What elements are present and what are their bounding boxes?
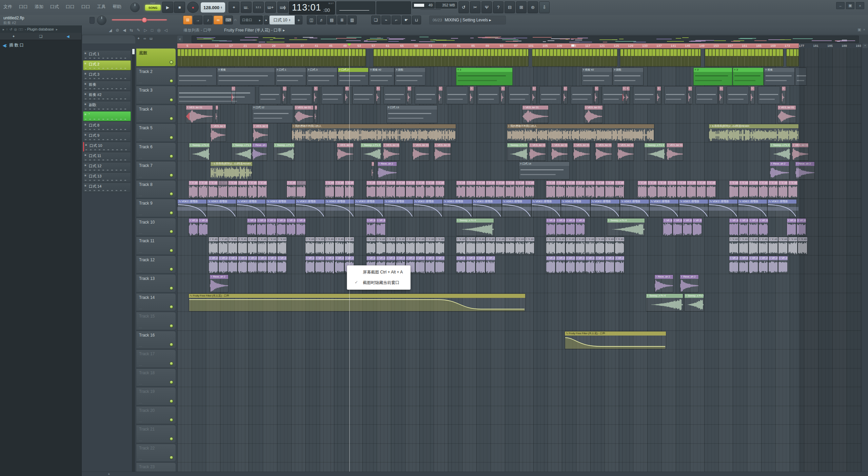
lamp-button[interactable]: ⌐	[392, 16, 401, 24]
clip[interactable]: ⊦	[282, 86, 287, 104]
clip[interactable]: ⊦ V..s6	[396, 180, 406, 198]
clip[interactable]: ∿ VDE2..倍增器	[384, 199, 413, 217]
clip[interactable]: ≡ 3	[456, 68, 513, 85]
track-header[interactable]: Track 10...	[136, 218, 176, 236]
clip[interactable]: ∿ VDE2..倍增器	[649, 199, 679, 217]
track-mute-led[interactable]	[170, 362, 173, 365]
playlist-close-icon[interactable]: ×	[863, 27, 865, 32]
clip[interactable]: ⊦ V..s1	[335, 237, 344, 255]
clip[interactable]: ≡ 口式 12	[252, 105, 293, 123]
song-mode-button[interactable]: SONG	[145, 5, 161, 11]
clip[interactable]: ⊦ V..s1	[238, 237, 248, 255]
automation-tab-icon[interactable]: ∞	[143, 36, 146, 41]
picker-scrollbar[interactable]	[132, 48, 135, 476]
clip[interactable]	[383, 86, 406, 104]
clip[interactable]: ⊦ V..s6	[406, 180, 415, 198]
clip[interactable]: ⊦ V..s1	[556, 237, 566, 255]
clip[interactable]: ⊦ VF..2	[556, 256, 566, 274]
pattern-item[interactable]: ≡口式 1	[83, 50, 131, 60]
clip[interactable]: ⊦ V..s1	[495, 237, 505, 255]
clip[interactable]: ⊦ VF..2	[315, 256, 325, 274]
mute-icon[interactable]: ◀	[123, 28, 126, 33]
pitch-slider-track[interactable]	[112, 19, 167, 20]
track-row[interactable]	[177, 425, 861, 444]
clip[interactable]: ⊦ V..s1	[209, 237, 218, 255]
track-mute-led[interactable]	[170, 399, 173, 403]
clip[interactable]: ⊦ V..s6	[435, 180, 445, 198]
pattern-item[interactable]: ≡口式 8	[83, 121, 131, 131]
menu-item[interactable]: 口式	[50, 4, 59, 10]
clip[interactable]: ∿ VDE2..倍增器	[443, 199, 472, 217]
track-options[interactable]: ...	[139, 269, 142, 272]
clip[interactable]: ⊦ V..s6	[189, 180, 198, 198]
clip[interactable]: ⊦ V..s1	[778, 237, 788, 255]
slip-icon[interactable]: ⇆	[130, 28, 133, 33]
clip[interactable]: ⊦	[345, 86, 349, 104]
clip[interactable]: ⊦ V..s1	[315, 237, 325, 255]
clip[interactable]: ⊦ VF..2	[228, 256, 238, 274]
clip[interactable]: ⊦ V..s6	[739, 180, 749, 198]
refresh-icon[interactable]: ↺	[9, 27, 12, 31]
track-options[interactable]: ...	[139, 81, 142, 84]
tempo-display[interactable]: 128.000 ▲▼	[201, 2, 225, 13]
track-mute-led[interactable]	[170, 79, 173, 83]
clip[interactable]: ∿ VDE2..倍增器	[531, 199, 561, 217]
browser-path-arrow-icon[interactable]: ▸	[56, 27, 58, 31]
playlist-restore-icon[interactable]: ▣	[857, 27, 861, 32]
pattern-item[interactable]: ≡口式 14	[83, 183, 131, 192]
track-row[interactable]: ⊦ Sweep..x Fx 4⊦ Sweep..x Fx 4⊦ Reve..sh…	[177, 142, 861, 161]
clip[interactable]: ⊦ V..s6	[198, 180, 208, 198]
clip[interactable]: ⊦ VF..2	[566, 256, 575, 274]
clip[interactable]: ⊦ VF..6	[276, 218, 286, 236]
clip[interactable]: ⊦ V..s6	[228, 180, 238, 198]
clip[interactable]: ⊦ VF..6	[575, 218, 585, 236]
slide-icon[interactable]: ▷	[144, 28, 147, 33]
clip[interactable]: ⊦ VF..6	[749, 218, 758, 236]
track-row[interactable]	[177, 462, 861, 472]
mini-play-button[interactable]: ▸	[264, 16, 269, 24]
countdown-button[interactable]: 3.2.1	[253, 2, 264, 13]
track-mute-led[interactable]	[170, 211, 173, 215]
clip[interactable]: ⊦ VF..6	[758, 218, 768, 236]
clip[interactable]: ⊦ VF..2	[435, 256, 445, 274]
clip[interactable]: ≡ 前奏 #2	[581, 68, 612, 85]
snap-dropdown[interactable]: 口齿口 ▸	[240, 16, 263, 24]
clip[interactable]: ⊦ V..s1	[768, 237, 778, 255]
track-header[interactable]: Track 3...	[136, 86, 176, 104]
samples-tab-icon[interactable]: ✦	[12, 34, 15, 39]
track-row[interactable]	[177, 349, 861, 368]
clip[interactable]: ⊦ VES..ter 01	[551, 143, 568, 161]
undo-button[interactable]: ↺	[458, 1, 469, 13]
clip[interactable]: ⊦ V..s6	[296, 180, 306, 198]
clip[interactable]: ⊦ Sweep..x Fx 4	[232, 143, 252, 161]
track-mute-led[interactable]	[170, 136, 173, 139]
clip[interactable]: ⊦ V..s6	[556, 180, 566, 198]
song-position-marker[interactable]	[347, 43, 351, 46]
clip[interactable]: ≡ 口式 3	[307, 68, 337, 85]
clip[interactable]: ⊦	[563, 86, 568, 104]
clip[interactable]: ⊦ V..s1	[515, 237, 525, 255]
track-options[interactable]: ...	[139, 118, 142, 121]
master-pitch-knob[interactable]	[97, 16, 106, 25]
pat-song-switch[interactable]: PAT SONG	[145, 2, 161, 13]
clip[interactable]: ⊦ VF..6	[296, 218, 306, 236]
clip[interactable]: ⊦ V..s6	[637, 180, 647, 198]
clip[interactable]: ∿ VDE2..倍增器	[561, 199, 590, 217]
track-options[interactable]: ...	[139, 100, 142, 103]
clip[interactable]: ⊦ VF..2	[415, 256, 425, 274]
track-header[interactable]: Track 23...	[136, 462, 176, 472]
play-button[interactable]: ▶	[162, 2, 173, 13]
track-options[interactable]: ...	[139, 344, 142, 347]
clip[interactable]: ⊦ VES..ter 01	[412, 143, 429, 161]
clip[interactable]: ⊦ VF..6	[729, 218, 739, 236]
overdub-button[interactable]: шϕ	[277, 2, 288, 13]
track-row[interactable]: ⊦ VES..ter 01⊦ ≡ 口式 12⊦ VES..ter 01⊦ ≡ 口…	[177, 105, 861, 124]
clip[interactable]: ⊦ V..s1	[575, 237, 585, 255]
track-header[interactable]: Track 22...	[136, 444, 176, 462]
track-header[interactable]: Track 19...	[136, 387, 176, 405]
playback-icon[interactable]: ◁	[164, 28, 167, 33]
track-options[interactable]: ...	[139, 250, 142, 253]
clip[interactable]: ⊦	[438, 86, 443, 104]
clip[interactable]: ≡ 口式 1	[275, 68, 306, 85]
clip[interactable]: ⊦ V..s6	[325, 180, 335, 198]
